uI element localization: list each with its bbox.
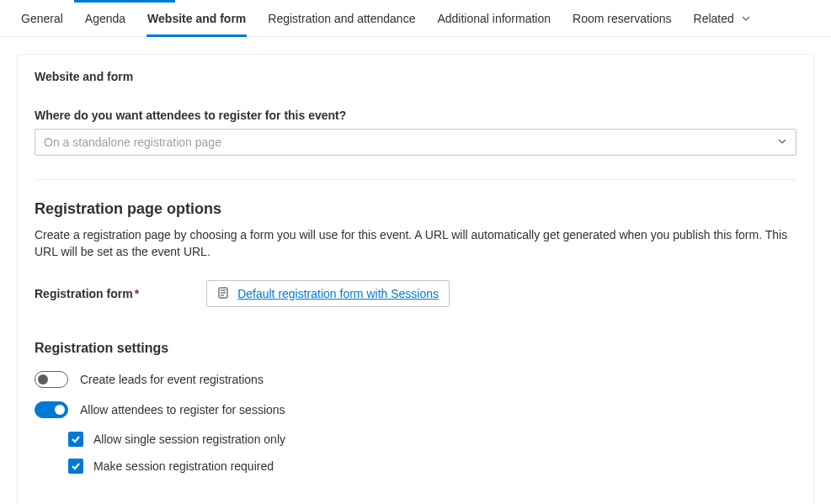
checkbox-single-session[interactable] xyxy=(68,432,83,447)
tab-additional-information[interactable]: Additional information xyxy=(426,0,562,37)
single-session-label: Allow single session registration only xyxy=(93,432,285,446)
allow-sessions-label: Allow attendees to register for sessions xyxy=(80,403,285,416)
register-location-label: Where do you want attendees to register … xyxy=(35,109,796,122)
registration-form-link[interactable]: Default registration form with Sessions xyxy=(237,287,439,300)
toggle-allow-sessions[interactable] xyxy=(35,401,68,418)
tab-related[interactable]: Related xyxy=(683,0,762,37)
divider xyxy=(35,179,796,180)
tab-room-reservations[interactable]: Room reservations xyxy=(562,0,683,37)
session-required-label: Make session registration required xyxy=(93,459,274,473)
register-location-dropdown[interactable]: On a standalone registration page xyxy=(35,129,796,156)
chevron-down-icon xyxy=(777,135,787,149)
toggle-create-leads[interactable] xyxy=(35,371,68,388)
checkbox-session-required[interactable] xyxy=(68,459,83,474)
registration-form-lookup[interactable]: Default registration form with Sessions xyxy=(206,280,450,307)
registration-settings-heading: Registration settings xyxy=(35,341,796,356)
tab-agenda[interactable]: Agenda xyxy=(74,0,136,37)
tab-registration-attendance[interactable]: Registration and attendance xyxy=(257,0,426,37)
chevron-down-icon xyxy=(741,13,751,24)
registration-page-options-heading: Registration page options xyxy=(35,200,796,218)
tab-general[interactable]: General xyxy=(10,0,74,37)
registration-page-options-description: Create a registration page by choosing a… xyxy=(35,226,796,260)
register-location-value: On a standalone registration page xyxy=(44,135,221,149)
create-leads-label: Create leads for event registrations xyxy=(80,373,264,386)
tab-website-and-form[interactable]: Website and form xyxy=(136,0,257,37)
form-icon xyxy=(217,287,229,301)
website-and-form-card: Website and form Where do you want atten… xyxy=(17,54,814,504)
registration-form-label: Registration form* xyxy=(35,287,139,300)
tab-bar: General Agenda Website and form Registra… xyxy=(0,0,831,37)
section-title: Website and form xyxy=(35,70,796,83)
